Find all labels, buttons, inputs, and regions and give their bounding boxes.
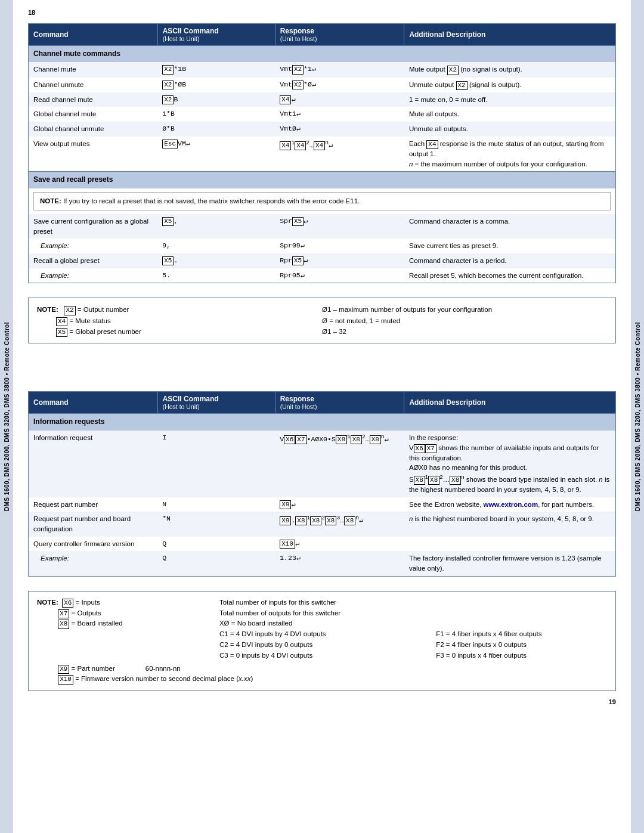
table-row: Recall a global preset X5. RprX5↵ Comman… [29, 253, 616, 268]
table-row: Request part number and board configurat… [29, 512, 616, 536]
th-response-1: Response (Unit to Host) [275, 24, 404, 46]
table-row: Example: 5. Rpr05↵ Recall preset 5, whic… [29, 268, 616, 283]
th-command-1: Command [29, 24, 158, 46]
th-command-2: Command [29, 392, 158, 414]
table-row: Example: 9, Spr09↵ Save current ties as … [29, 239, 616, 253]
page-num-bottom: 19 [28, 698, 616, 705]
th-ascii-1: ASCII Command (Host to Unit) [157, 24, 275, 46]
th-desc-1: Additional Description [404, 24, 616, 46]
note-row: NOTE: If you try to recall a preset that… [29, 188, 616, 214]
table-row: Global channel unmute Ø*B VmtØ↵ Unmute a… [29, 122, 616, 137]
table-row: Channel unmute X2*ØB VmtX2*Ø↵ Unmute out… [29, 78, 616, 92]
section-header-channel-mute: Channel mute commands [29, 46, 616, 63]
table-row: Request part number N X9↵ See the Extron… [29, 497, 616, 512]
page-spacer [28, 343, 616, 391]
table-row: Query controller firmware version Q X10↵ [29, 537, 616, 552]
table-info-requests: Command ASCII Command (Host to Unit) Res… [28, 391, 616, 576]
table-channel-mute: Command ASCII Command (Host to Unit) Res… [28, 23, 616, 283]
extron-link[interactable]: www.extron.com [484, 501, 538, 508]
legend-table1: NOTE: X2 = Output number X4 = Mute statu… [28, 298, 616, 343]
th-ascii-2: ASCII Command (Host to Unit) [157, 392, 275, 414]
page-num-top: 18 [28, 9, 616, 16]
th-response-2: Response (Unit to Host) [275, 392, 404, 414]
section-header-info: Information requests [29, 414, 616, 431]
side-label-text-top: DMS 1600, DMS 2000, DMS 3200, DMS 3800 •… [4, 322, 10, 511]
th-desc-2: Additional Description [404, 392, 616, 414]
table-row: Channel mute X2*1B VmtX2*1↵ Mute output … [29, 62, 616, 77]
table-row: Save current configuration as a global p… [29, 214, 616, 239]
table-row: Example: Q 1.23↵ The factory-installed c… [29, 551, 616, 576]
side-label-bottom: DMS 1600, DMS 2000, DMS 3200, DMS 3800 •… [631, 0, 644, 833]
table-row: Global channel mute 1*B Vmt1↵ Mute all o… [29, 107, 616, 122]
table-row: Read channel mute X2B X4↵ 1 = mute on, 0… [29, 92, 616, 107]
legend-table2: NOTE: X6 = Inputs X7 = Outputs X8 = Boar… [28, 591, 616, 692]
side-label-text-bottom: DMS 1600, DMS 2000, DMS 3200, DMS 3800 •… [634, 322, 641, 511]
table-row: Information request I VX6X7•AØX0•SX81X82… [29, 431, 616, 497]
section-header-save-recall: Save and recall presets [29, 172, 616, 188]
side-label-top: DMS 1600, DMS 2000, DMS 3200, DMS 3800 •… [0, 0, 13, 833]
table-row: View output mutes EscVM↵ X41X42…X4n↵ Eac… [29, 137, 616, 172]
